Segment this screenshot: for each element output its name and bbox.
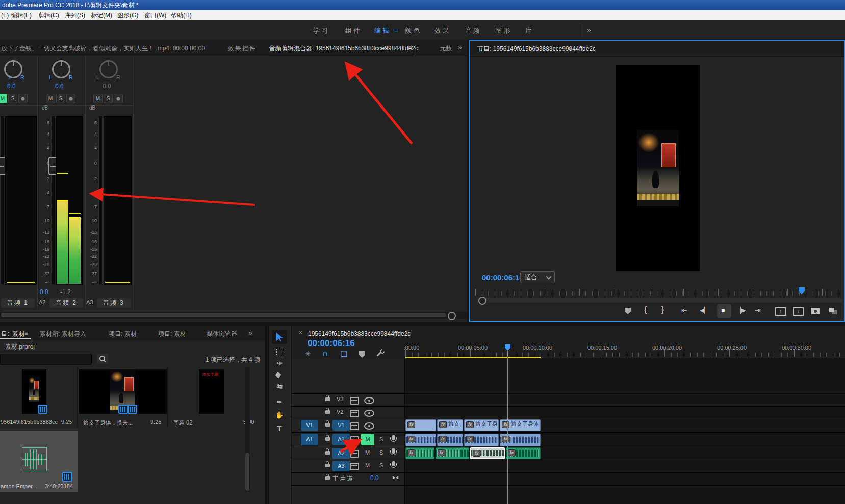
workspace-tab-effects[interactable]: 效果 <box>434 26 451 35</box>
fader-track-ch2[interactable] <box>51 116 55 284</box>
menu-file[interactable]: (F) <box>1 10 9 20</box>
pan-knob-ch2[interactable] <box>52 60 70 78</box>
workspace-tab-assembly[interactable]: 组件 <box>345 26 362 35</box>
tab-effect-controls[interactable]: 效果控件 <box>228 44 257 53</box>
lock-icon-v1[interactable] <box>325 423 330 427</box>
audio-clip-a1[interactable]: fx <box>464 434 499 446</box>
close-icon[interactable]: × <box>299 329 302 336</box>
mixer-panel-menu-icon[interactable]: ≡ <box>408 44 412 51</box>
sync-lock-icon-a2[interactable] <box>350 450 359 458</box>
type-tool-icon[interactable]: T <box>277 424 281 433</box>
eye-icon-v1[interactable] <box>364 422 374 430</box>
record-arm-button-ch1[interactable] <box>18 94 28 103</box>
audio-clip-a2-selected[interactable]: fx <box>470 447 505 459</box>
track-target-v1[interactable]: V1 <box>332 420 350 431</box>
track-name-ch2[interactable]: 音频 2 <box>49 298 83 308</box>
solo-button-ch2[interactable]: S <box>56 94 65 103</box>
mute-button-ch3[interactable]: M <box>93 94 103 103</box>
tab-bin-import[interactable]: 素材箱: 素材导入 <box>40 330 86 338</box>
step-forward-icon[interactable]: ▕▶ <box>736 307 746 314</box>
play-stop-button[interactable]: ■ <box>717 304 731 318</box>
sync-lock-icon-a3[interactable] <box>350 463 359 470</box>
fader-value-ch2[interactable]: 0.0 <box>40 288 48 296</box>
tab-sequence[interactable]: 1956149f615b6b3883cce99844ffde2c <box>308 330 411 337</box>
audio-clip-a2[interactable]: fx <box>506 447 541 459</box>
fader-track-ch1[interactable] <box>0 116 4 284</box>
eye-icon-v3[interactable] <box>364 397 374 404</box>
razor-tool-icon[interactable] <box>275 372 281 379</box>
nest-toggle-icon[interactable]: ✳ <box>305 350 311 358</box>
mute-button-ch1[interactable]: M <box>0 94 7 103</box>
search-input[interactable] <box>0 354 92 365</box>
video-clip[interactable]: fx <box>405 419 436 431</box>
pan-knob-ch3[interactable] <box>99 60 118 78</box>
pan-value-ch1[interactable]: 0.0 <box>7 83 16 90</box>
tab-project-2[interactable]: 项目: 素材 <box>109 330 137 338</box>
menu-window[interactable]: 窗口(W) <box>144 10 166 20</box>
tab-program-monitor[interactable]: 节目: 1956149f615b6b3883cce99844ffde2c <box>477 45 596 54</box>
hand-tool-icon[interactable]: ✋ <box>275 411 284 419</box>
timeline-ruler[interactable]: :00:00 00:00:05:00 00:00:10:00 00:00:15:… <box>405 344 845 358</box>
menu-sequence[interactable]: 序列(S) <box>65 10 85 20</box>
solo-button-ch3[interactable]: S <box>104 94 113 103</box>
video-clip[interactable]: fx透支了身体， <box>500 419 541 431</box>
mic-icon-a3[interactable] <box>392 461 395 466</box>
linked-selection-icon[interactable]: ❑ <box>341 350 347 358</box>
solo-button-a1[interactable]: S <box>379 436 383 442</box>
workspace-tab-graphics[interactable]: 图形 <box>495 26 511 35</box>
pan-value-ch3[interactable]: 0.0 <box>103 83 111 90</box>
menu-edit[interactable]: 编辑(E) <box>11 10 32 20</box>
item-name[interactable]: amon Emper... <box>1 483 37 489</box>
sync-lock-icon-v1[interactable] <box>350 422 359 430</box>
record-arm-button-ch3[interactable] <box>114 94 123 103</box>
workspace-tab-library[interactable]: 库 <box>525 26 533 35</box>
menu-graphics[interactable]: 图形(G) <box>117 10 138 20</box>
export-frame-icon[interactable] <box>811 308 820 314</box>
pan-value-ch2[interactable]: 0.0 <box>55 83 64 90</box>
ripple-edit-tool-icon[interactable]: ⇹ <box>276 359 283 367</box>
selection-tool-active-box[interactable] <box>272 330 287 344</box>
workspace-overflow-icon[interactable]: » <box>587 26 591 34</box>
go-to-in-icon[interactable]: ⇤ <box>681 306 687 314</box>
mic-icon-a1[interactable] <box>392 435 395 440</box>
item-name[interactable]: 956149f615b6b3883cce... <box>1 419 58 425</box>
sync-lock-icon-v3[interactable] <box>350 397 359 405</box>
track-target-v2[interactable]: V2 <box>337 409 343 415</box>
search-button[interactable] <box>97 354 108 364</box>
audio-clip-a2[interactable]: fx <box>436 447 469 459</box>
tab-project-active[interactable]: 目: 素材 <box>1 330 25 338</box>
project-tabs-overflow-icon[interactable]: » <box>248 329 252 337</box>
video-clip[interactable]: fx透支了身 <box>464 419 499 431</box>
step-back-icon[interactable]: ◀▏ <box>700 307 709 314</box>
lift-icon[interactable]: ↑ <box>775 307 786 316</box>
pen-tool-icon[interactable]: ✒ <box>276 398 283 406</box>
go-to-out-icon[interactable]: ⇥ <box>755 306 761 314</box>
track-target-a2[interactable]: A2 <box>332 448 350 459</box>
solo-button-ch1[interactable]: S <box>8 94 17 103</box>
add-marker-icon[interactable] <box>359 351 365 358</box>
snap-magnet-icon[interactable]: ∩ <box>322 349 328 358</box>
extract-icon[interactable]: ↓ <box>793 307 804 316</box>
tab-project-3[interactable]: 项目: 素材 <box>158 330 186 338</box>
lock-icon-a1[interactable] <box>325 437 330 441</box>
pan-knob-ch1[interactable] <box>4 60 22 78</box>
video-clip[interactable]: fx透支 <box>437 419 463 431</box>
track-target-v3[interactable]: V3 <box>337 396 343 402</box>
item-name[interactable]: 字幕 02 <box>173 419 192 427</box>
source-patch-a1[interactable]: A1 <box>301 434 318 445</box>
mute-button-a2[interactable]: M <box>365 449 370 456</box>
mic-icon-a2[interactable] <box>392 448 395 454</box>
comparison-view-icon[interactable] <box>829 308 834 312</box>
tab-audio-clip-mixer[interactable]: 音频剪辑混合器: 1956149f615b6b3883cce99844ffde2… <box>269 44 418 53</box>
timeline-settings-wrench-icon[interactable] <box>377 352 382 357</box>
record-arm-button-ch2[interactable] <box>66 94 75 103</box>
mark-in-icon[interactable]: { <box>644 305 647 314</box>
lock-icon-master[interactable] <box>325 476 330 480</box>
lock-icon-a3[interactable] <box>325 464 330 467</box>
audio-clip-a2[interactable]: fx <box>405 447 434 459</box>
menu-help[interactable]: 帮助(H) <box>171 10 192 20</box>
add-marker-icon[interactable] <box>625 308 631 314</box>
mark-out-icon[interactable]: } <box>661 305 664 314</box>
project-vscrollbar-thumb[interactable] <box>245 453 249 491</box>
track-select-tool-icon[interactable] <box>276 349 283 355</box>
